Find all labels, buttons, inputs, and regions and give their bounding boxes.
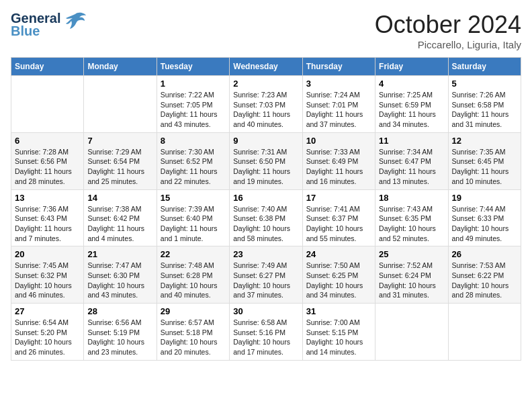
day-details: Sunrise: 7:39 AMSunset: 6:40 PMDaylight:… (161, 204, 226, 244)
sunset-text: Sunset: 6:33 PM (452, 214, 517, 224)
sunrise-text: Sunrise: 7:53 AM (452, 261, 517, 271)
day-number: 6 (15, 136, 80, 146)
calendar-cell: 26Sunrise: 7:53 AMSunset: 6:22 PMDayligh… (448, 246, 521, 304)
calendar-cell: 10Sunrise: 7:33 AMSunset: 6:49 PMDayligh… (302, 132, 375, 189)
logo-bird-icon (63, 9, 87, 38)
sunset-text: Sunset: 6:30 PM (87, 271, 152, 281)
daylight-text: Daylight: 10 hours and 43 minutes. (87, 281, 152, 300)
sunrise-text: Sunrise: 7:34 AM (379, 147, 444, 157)
day-details: Sunrise: 7:22 AMSunset: 7:05 PMDaylight:… (161, 90, 226, 130)
day-number: 23 (233, 249, 298, 259)
sunset-text: Sunset: 7:05 PM (161, 100, 226, 110)
sunrise-text: Sunrise: 7:41 AM (306, 204, 371, 214)
daylight-text: Daylight: 11 hours and 13 minutes. (379, 167, 444, 186)
sunrise-text: Sunrise: 7:00 AM (306, 318, 371, 328)
sunset-text: Sunset: 5:16 PM (233, 328, 298, 338)
day-details: Sunrise: 6:54 AMSunset: 5:20 PMDaylight:… (15, 318, 80, 357)
calendar-cell: 28Sunrise: 6:56 AMSunset: 5:19 PMDayligh… (84, 304, 157, 361)
day-details: Sunrise: 7:31 AMSunset: 6:50 PMDaylight:… (233, 147, 298, 187)
calendar-cell (84, 76, 157, 133)
day-number: 19 (452, 193, 517, 203)
sunrise-text: Sunrise: 7:43 AM (379, 204, 444, 214)
day-number: 22 (161, 249, 226, 259)
daylight-text: Daylight: 11 hours and 16 minutes. (306, 167, 371, 186)
calendar-cell: 20Sunrise: 7:45 AMSunset: 6:32 PMDayligh… (11, 246, 84, 304)
calendar-week-row: 6Sunrise: 7:28 AMSunset: 6:56 PMDaylight… (11, 132, 521, 189)
daylight-text: Daylight: 10 hours and 28 minutes. (452, 281, 517, 300)
day-number: 5 (452, 79, 517, 89)
day-details: Sunrise: 7:38 AMSunset: 6:42 PMDaylight:… (87, 204, 152, 244)
calendar-week-row: 13Sunrise: 7:36 AMSunset: 6:43 PMDayligh… (11, 189, 521, 246)
day-number: 21 (87, 249, 152, 259)
day-details: Sunrise: 7:28 AMSunset: 6:56 PMDaylight:… (15, 147, 80, 187)
day-details: Sunrise: 7:43 AMSunset: 6:35 PMDaylight:… (379, 204, 444, 244)
calendar-cell: 15Sunrise: 7:39 AMSunset: 6:40 PMDayligh… (157, 189, 229, 246)
day-number: 17 (306, 193, 371, 203)
title-block: October 2024 Piccarello, Liguria, Italy (375, 11, 521, 50)
sunset-text: Sunset: 6:59 PM (379, 100, 444, 110)
day-number: 16 (233, 193, 298, 203)
daylight-text: Daylight: 11 hours and 10 minutes. (452, 167, 517, 186)
calendar-cell: 31Sunrise: 7:00 AMSunset: 5:15 PMDayligh… (302, 304, 375, 361)
day-number: 7 (87, 136, 152, 146)
sunset-text: Sunset: 6:37 PM (306, 214, 371, 224)
day-details: Sunrise: 7:48 AMSunset: 6:28 PMDaylight:… (161, 261, 226, 300)
calendar-cell: 2Sunrise: 7:23 AMSunset: 7:03 PMDaylight… (230, 76, 302, 133)
sunrise-text: Sunrise: 6:54 AM (15, 318, 80, 328)
calendar-cell: 22Sunrise: 7:48 AMSunset: 6:28 PMDayligh… (157, 246, 229, 304)
daylight-text: Daylight: 11 hours and 25 minutes. (87, 167, 152, 186)
sunset-text: Sunset: 5:20 PM (15, 328, 80, 338)
sunrise-text: Sunrise: 6:58 AM (233, 318, 298, 328)
daylight-text: Daylight: 11 hours and 28 minutes. (15, 167, 80, 186)
weekday-header: Friday (375, 58, 448, 76)
calendar-cell: 4Sunrise: 7:25 AMSunset: 6:59 PMDaylight… (375, 76, 448, 133)
daylight-text: Daylight: 10 hours and 55 minutes. (306, 224, 371, 243)
calendar-cell: 19Sunrise: 7:44 AMSunset: 6:33 PMDayligh… (448, 189, 521, 246)
daylight-text: Daylight: 10 hours and 31 minutes. (379, 281, 444, 300)
day-number: 26 (452, 249, 517, 259)
sunrise-text: Sunrise: 7:22 AM (161, 90, 226, 100)
day-details: Sunrise: 7:35 AMSunset: 6:45 PMDaylight:… (452, 147, 517, 187)
sunrise-text: Sunrise: 7:30 AM (161, 147, 226, 157)
daylight-text: Daylight: 10 hours and 26 minutes. (15, 337, 80, 357)
calendar-cell (375, 304, 448, 361)
month-title: October 2024 (375, 11, 521, 39)
sunrise-text: Sunrise: 6:56 AM (87, 318, 152, 328)
calendar-cell: 9Sunrise: 7:31 AMSunset: 6:50 PMDaylight… (230, 132, 302, 189)
day-details: Sunrise: 7:25 AMSunset: 6:59 PMDaylight:… (379, 90, 444, 130)
day-number: 3 (306, 79, 371, 89)
sunset-text: Sunset: 6:43 PM (15, 214, 80, 224)
sunset-text: Sunset: 6:22 PM (452, 271, 517, 281)
day-details: Sunrise: 7:34 AMSunset: 6:47 PMDaylight:… (379, 147, 444, 187)
sunrise-text: Sunrise: 7:28 AM (15, 147, 80, 157)
weekday-header: Thursday (302, 58, 375, 76)
day-details: Sunrise: 7:29 AMSunset: 6:54 PMDaylight:… (87, 147, 152, 187)
sunset-text: Sunset: 6:35 PM (379, 214, 444, 224)
sunset-text: Sunset: 6:25 PM (306, 271, 371, 281)
daylight-text: Daylight: 11 hours and 22 minutes. (161, 167, 226, 186)
sunrise-text: Sunrise: 7:35 AM (452, 147, 517, 157)
sunset-text: Sunset: 6:58 PM (452, 100, 517, 110)
day-number: 15 (161, 193, 226, 203)
calendar-cell (448, 304, 521, 361)
day-details: Sunrise: 7:00 AMSunset: 5:15 PMDaylight:… (306, 318, 371, 357)
day-number: 29 (161, 306, 226, 316)
day-number: 30 (233, 306, 298, 316)
calendar-cell: 8Sunrise: 7:30 AMSunset: 6:52 PMDaylight… (157, 132, 229, 189)
calendar-cell: 25Sunrise: 7:52 AMSunset: 6:24 PMDayligh… (375, 246, 448, 304)
day-details: Sunrise: 7:26 AMSunset: 6:58 PMDaylight:… (452, 90, 517, 130)
daylight-text: Daylight: 10 hours and 17 minutes. (233, 337, 298, 357)
sunset-text: Sunset: 6:45 PM (452, 156, 517, 167)
day-details: Sunrise: 7:33 AMSunset: 6:49 PMDaylight:… (306, 147, 371, 187)
sunrise-text: Sunrise: 7:48 AM (161, 261, 226, 271)
calendar-cell: 6Sunrise: 7:28 AMSunset: 6:56 PMDaylight… (11, 132, 84, 189)
calendar-cell: 14Sunrise: 7:38 AMSunset: 6:42 PMDayligh… (84, 189, 157, 246)
sunrise-text: Sunrise: 7:52 AM (379, 261, 444, 271)
day-number: 8 (161, 136, 226, 146)
daylight-text: Daylight: 10 hours and 14 minutes. (306, 337, 371, 357)
daylight-text: Daylight: 10 hours and 20 minutes. (161, 337, 226, 357)
calendar-cell: 7Sunrise: 7:29 AMSunset: 6:54 PMDaylight… (84, 132, 157, 189)
sunrise-text: Sunrise: 7:29 AM (87, 147, 152, 157)
location-subtitle: Piccarello, Liguria, Italy (375, 39, 521, 50)
sunrise-text: Sunrise: 7:31 AM (233, 147, 298, 157)
